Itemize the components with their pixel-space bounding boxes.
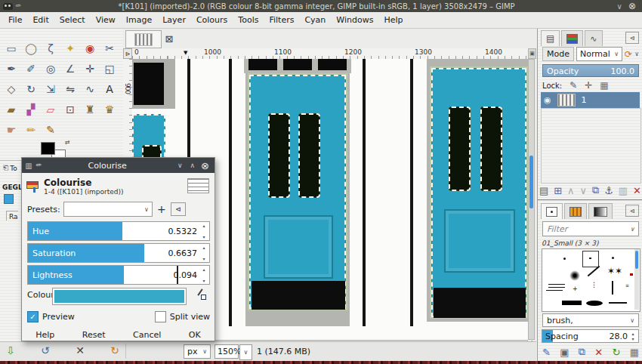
layer-row[interactable]: ◉ 1 xyxy=(541,92,640,108)
lock-position-icon[interactable]: ✛ xyxy=(585,80,592,91)
free-select-tool[interactable]: ζ xyxy=(41,38,60,58)
help-button[interactable]: Help xyxy=(28,327,62,343)
layer-name[interactable]: 1 xyxy=(582,95,587,105)
mode-switch-arrow[interactable]: ∨ xyxy=(634,51,639,57)
duplicate-brush-button[interactable]: ⧉ xyxy=(579,346,585,358)
new-layer-button[interactable]: ▤ xyxy=(539,185,548,196)
swap-colors-icon[interactable]: ⇄ xyxy=(65,139,70,146)
preview-checkbox[interactable]: ✓ xyxy=(27,311,39,322)
brush-filter-input[interactable]: Filter∨ xyxy=(542,221,639,236)
menu-item[interactable]: View xyxy=(91,13,121,27)
lock-pixels-icon[interactable]: ✎ xyxy=(569,80,577,91)
brush-thumbnail-selected[interactable] xyxy=(582,251,599,267)
menu-item[interactable]: Help xyxy=(378,13,408,27)
brush-thumbnail[interactable]: + xyxy=(573,285,578,292)
dock-tab-menu-button[interactable]: ⊲ xyxy=(625,32,639,44)
dialog-shade-button[interactable]: ∨ xyxy=(174,162,187,169)
tab-gradients[interactable] xyxy=(588,203,613,219)
window-titlebar[interactable]: ✐ *[K101] (imported)-2.0 (RGB colour 8-b… xyxy=(0,0,642,12)
brush-thumbnail[interactable] xyxy=(630,273,633,276)
restore-options-button[interactable]: ↺ xyxy=(41,344,50,356)
mode-switch-icon[interactable]: ⟳ xyxy=(625,49,632,60)
menu-item[interactable]: Cyan xyxy=(299,13,331,27)
scale-tool[interactable]: ⇲ xyxy=(41,79,60,99)
color-picker-tool[interactable]: ✐ xyxy=(21,58,41,79)
lightness-value[interactable]: 0.094 xyxy=(174,270,198,280)
zoom-input[interactable]: 150% xyxy=(215,344,239,359)
brush-thumbnail[interactable] xyxy=(548,284,565,285)
menu-item[interactable]: File xyxy=(3,13,27,27)
preview-thumbnail-button[interactable] xyxy=(187,178,209,193)
cancel-button[interactable]: Cancel xyxy=(125,327,168,343)
move-tool[interactable]: ✛ xyxy=(80,58,100,79)
brush-thumbnail[interactable]: ⋮ xyxy=(591,281,597,288)
vertical-scrollbar-thumb[interactable] xyxy=(529,156,533,208)
heal-tool[interactable]: ♛ xyxy=(100,99,119,119)
layer-list[interactable] xyxy=(541,108,641,184)
merge-layer-button[interactable]: ▥ xyxy=(619,185,628,196)
smudge-tool[interactable]: ☛ xyxy=(2,119,21,140)
gradient-tool[interactable]: ▞ xyxy=(21,99,41,119)
delete-layer-button[interactable]: ✕ xyxy=(633,185,641,196)
colour-swatch[interactable] xyxy=(54,290,184,303)
saturation-slider[interactable]: Saturation 0.6637 ▴▾ xyxy=(27,243,210,263)
duplicate-layer-button[interactable]: ⧉ xyxy=(592,184,599,196)
rotate-tool[interactable]: ↻ xyxy=(21,79,41,99)
delete-saved-options-button[interactable]: ✕ xyxy=(76,344,85,356)
spacing-slider[interactable]: Spacing 28.0 ▴▾ xyxy=(542,329,639,343)
visibility-eye-icon[interactable]: ◉ xyxy=(544,95,551,105)
ok-button[interactable]: OK xyxy=(181,327,208,343)
menu-item[interactable]: Tools xyxy=(233,13,264,27)
brush-thumbnail[interactable]: ✶✶ xyxy=(607,266,622,276)
anchor-layer-button[interactable]: ⚓ xyxy=(604,185,613,196)
lower-layer-button[interactable]: ∨ xyxy=(580,185,588,196)
brush-thumbnail[interactable] xyxy=(586,301,603,306)
brush-thumbnail[interactable] xyxy=(612,257,614,259)
menu-item[interactable]: Edit xyxy=(27,13,54,27)
eraser-tool[interactable]: ▱ xyxy=(41,99,60,119)
clone-tool[interactable]: ♜ xyxy=(80,99,100,119)
save-tool-preset-button[interactable]: ⇩ xyxy=(6,344,15,356)
hue-slider[interactable]: Hue 0.5322 ▴▾ xyxy=(27,221,210,241)
crop-tool[interactable]: ◱ xyxy=(100,58,119,79)
refresh-brushes-button[interactable]: ↻ xyxy=(612,347,620,358)
lightness-spinner[interactable]: ▴▾ xyxy=(199,267,208,283)
paintbrush-tool[interactable]: ✎ xyxy=(41,119,60,140)
image-tab[interactable] xyxy=(125,30,162,48)
hue-spinner[interactable]: ▴▾ xyxy=(199,223,208,239)
dialog-titlebar[interactable]: ▥ ✐ Colourise ∨ ∧ ⊗ xyxy=(22,158,215,173)
text-tool[interactable]: A xyxy=(100,79,119,99)
image-tab-close-icon[interactable]: ⊠ xyxy=(162,32,176,45)
scissors-select-tool[interactable]: ✂ xyxy=(100,38,119,58)
lightness-slider[interactable]: Lightness 0.094 ▴▾ xyxy=(27,265,210,285)
brush-thumbnail[interactable]: ≡ xyxy=(625,282,629,288)
tab-paths[interactable]: ∿ xyxy=(585,30,602,46)
brush-thumbnail[interactable] xyxy=(612,281,613,295)
spacing-spinner[interactable]: ▴▾ xyxy=(628,331,637,341)
reset-options-button[interactable]: ↻ xyxy=(110,344,119,356)
menu-item[interactable]: Filters xyxy=(264,13,299,27)
hue-value[interactable]: 0.5322 xyxy=(168,227,198,236)
new-brush-button[interactable]: ▣ xyxy=(560,347,569,358)
mode-combo[interactable]: Normal∨ xyxy=(576,47,622,61)
menu-item[interactable]: Select xyxy=(54,13,91,27)
eyedropper-icon[interactable] xyxy=(195,288,205,299)
gegl-option-checkbox[interactable] xyxy=(4,194,14,204)
window-shade-button[interactable]: ∨ xyxy=(613,2,627,11)
dialog-unshade-button[interactable]: ∧ xyxy=(187,162,199,169)
pencil-tool[interactable]: ✏ xyxy=(21,119,41,140)
add-preset-button[interactable]: + xyxy=(156,202,168,216)
brush-tag-combo[interactable]: brush,∨ xyxy=(542,313,639,327)
open-as-image-button[interactable]: ▦ xyxy=(630,347,639,358)
ruler-corner-button[interactable]: ▣ xyxy=(528,48,536,59)
saturation-value[interactable]: 0.6637 xyxy=(168,248,198,258)
opacity-slider[interactable]: Opacity 100.0 xyxy=(542,64,639,77)
split-view-checkbox[interactable] xyxy=(155,311,166,322)
rectangle-select-tool[interactable]: ▭ xyxy=(2,38,21,58)
ink-tool[interactable]: ✒ xyxy=(2,58,21,79)
tool-options-tab[interactable]: ⎗ To xyxy=(3,164,17,172)
new-group-button[interactable]: ⊞ xyxy=(554,185,562,196)
measure-tool[interactable]: ∠ xyxy=(60,58,80,79)
brush-grid[interactable]: ✶✶ + ⋮ ≡ xyxy=(542,248,640,312)
select-by-color-tool[interactable]: ◉ xyxy=(80,38,100,58)
